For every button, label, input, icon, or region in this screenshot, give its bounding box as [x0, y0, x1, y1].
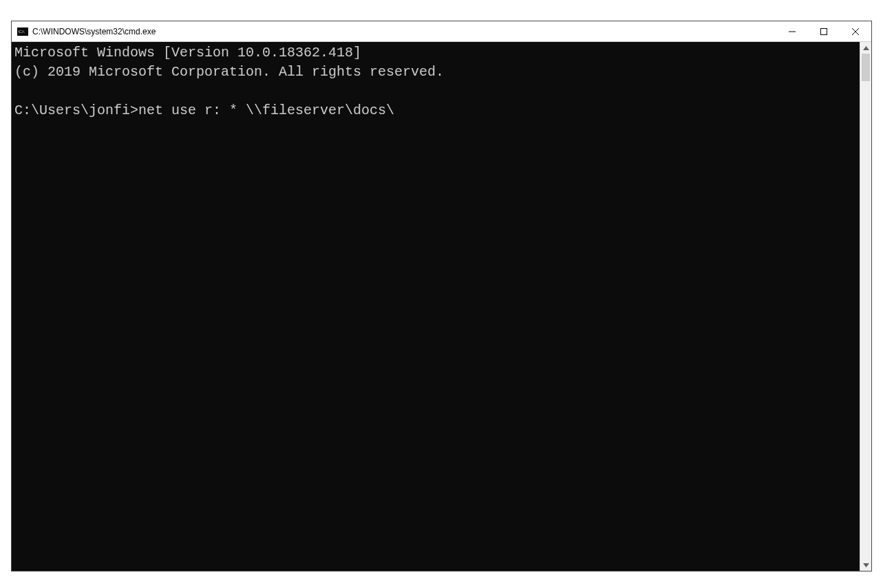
client-area: Microsoft Windows [Version 10.0.18362.41… [12, 42, 871, 571]
scroll-up-arrow-icon[interactable] [860, 42, 871, 54]
prompt: C:\Users\jonfi> [14, 102, 138, 118]
scroll-track[interactable] [860, 54, 871, 559]
scroll-thumb[interactable] [862, 54, 870, 81]
svg-text:C:\: C:\ [19, 29, 25, 34]
scroll-down-arrow-icon[interactable] [860, 559, 871, 571]
banner-line-1: Microsoft Windows [Version 10.0.18362.41… [14, 45, 361, 61]
cmd-window: C:\ C:\WINDOWS\system32\cmd.exe Microsof… [11, 21, 872, 571]
window-title: C:\WINDOWS\system32\cmd.exe [32, 27, 776, 36]
terminal-output[interactable]: Microsoft Windows [Version 10.0.18362.41… [12, 42, 860, 571]
vertical-scrollbar[interactable] [860, 42, 871, 571]
cmd-icon: C:\ [17, 26, 28, 37]
command-input[interactable]: net use r: * \\fileserver\docs\ [138, 102, 394, 118]
close-button[interactable] [840, 21, 871, 41]
minimize-button[interactable] [776, 21, 808, 41]
title-bar[interactable]: C:\ C:\WINDOWS\system32\cmd.exe [12, 21, 871, 42]
banner-line-2: (c) 2019 Microsoft Corporation. All righ… [14, 64, 444, 80]
svg-rect-4 [821, 28, 827, 34]
window-controls [776, 21, 871, 41]
maximize-button[interactable] [808, 21, 840, 41]
